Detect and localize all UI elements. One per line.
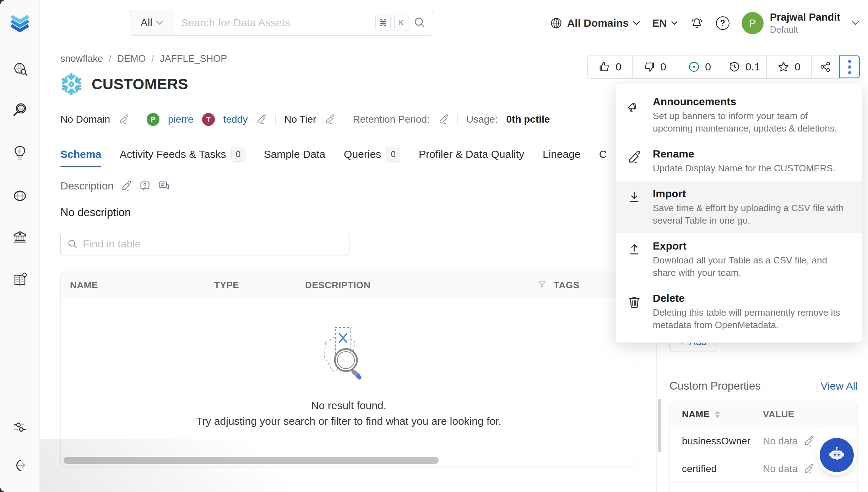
owner-link-pierre[interactable]: pierre — [168, 114, 194, 125]
tab-lineage[interactable]: Lineage — [543, 141, 581, 167]
menu-item-import[interactable]: Import Save time & effort by uploading a… — [616, 181, 862, 233]
owner-avatar: P — [147, 113, 159, 126]
help-icon: ? — [716, 16, 729, 30]
share-icon — [819, 61, 831, 73]
govern-icon[interactable] — [11, 229, 28, 246]
cp-row-name: certified — [670, 463, 763, 475]
breadcrumb-database[interactable]: DEMO — [117, 53, 146, 64]
tab-queries[interactable]: Queries0 — [344, 141, 400, 167]
upvote-button[interactable]: 0 — [588, 55, 633, 78]
tab-activity-feeds[interactable]: Activity Feeds & Tasks0 — [120, 141, 245, 167]
domains-icon[interactable] — [11, 187, 28, 204]
downvote-count: 0 — [660, 61, 666, 73]
tab-custom-properties[interactable]: C — [599, 141, 607, 167]
cp-column-name[interactable]: NAME — [670, 409, 763, 420]
search-icon — [67, 239, 78, 249]
insights-icon[interactable] — [11, 144, 28, 161]
view-all-link[interactable]: View All — [820, 380, 858, 392]
more-actions-button[interactable] — [839, 55, 860, 78]
import-icon — [616, 187, 653, 227]
schema-table-card: NAME TYPE DESCRIPTION TAGS No result fou… — [60, 271, 637, 466]
cmd-key-icon: ⌘ — [375, 15, 391, 31]
edit-domain-icon[interactable] — [119, 114, 129, 125]
observability-icon[interactable] — [11, 102, 28, 119]
search-scope-dropdown[interactable]: All — [130, 10, 174, 35]
version-button[interactable]: 0.1 — [722, 55, 767, 78]
chevron-down-icon — [156, 21, 163, 25]
sort-icon — [715, 411, 720, 418]
tab-count-badge: 0 — [231, 147, 245, 162]
chat-bot-button[interactable] — [820, 438, 854, 472]
request-description-icon[interactable] — [139, 180, 151, 192]
column-header-name: NAME — [70, 280, 98, 291]
edit-property-icon[interactable] — [803, 464, 814, 474]
usage-label: Usage: — [466, 114, 498, 125]
k-key-icon: K — [394, 15, 408, 31]
snowflake-icon — [60, 73, 83, 96]
notifications-button[interactable] — [690, 16, 704, 30]
thumbs-down-icon — [643, 61, 655, 73]
menu-item-announcements[interactable]: Announcements Set up banners to inform y… — [616, 89, 862, 141]
search-input[interactable] — [174, 17, 375, 29]
logout-icon[interactable] — [11, 457, 28, 474]
entity-meta-row: No Domain P pierre T teddy No Tier Reten… — [60, 112, 550, 127]
glossary-icon[interactable] — [11, 272, 28, 289]
breadcrumb-service[interactable]: snowflake — [60, 53, 103, 64]
horizontal-scrollbar[interactable] — [64, 457, 439, 464]
user-avatar: P — [742, 12, 764, 34]
edit-tier-icon[interactable] — [325, 114, 335, 125]
language-dropdown[interactable]: EN — [652, 17, 678, 29]
upvote-count: 0 — [615, 61, 622, 73]
schema-table-header: NAME TYPE DESCRIPTION TAGS — [61, 271, 637, 298]
share-button[interactable] — [812, 55, 839, 78]
megaphone-icon — [616, 95, 653, 135]
tier-label: No Tier — [284, 114, 316, 125]
cp-row-value: No data — [763, 491, 798, 492]
menu-item-rename[interactable]: Rename Update Display Name for the CUSTO… — [616, 141, 862, 181]
openmetadata-logo-icon[interactable] — [9, 11, 31, 33]
tasks-count: 0 — [705, 61, 711, 73]
tab-schema[interactable]: Schema — [60, 141, 101, 167]
tab-sample-data[interactable]: Sample Data — [264, 141, 325, 167]
history-icon — [728, 61, 740, 73]
breadcrumb-schema[interactable]: JAFFLE_SHOP — [160, 53, 227, 64]
custom-properties-title: Custom Properties — [669, 380, 761, 392]
panel-scrollbar[interactable] — [658, 399, 661, 452]
follow-count: 0 — [794, 61, 801, 73]
edit-property-icon[interactable] — [803, 436, 814, 446]
owner-link-teddy[interactable]: teddy — [223, 114, 248, 125]
domains-dropdown[interactable]: All Domains — [549, 16, 640, 30]
cp-column-value: VALUE — [763, 409, 857, 420]
thumbs-up-icon — [598, 61, 611, 73]
follow-button[interactable]: 0 — [767, 55, 812, 78]
filter-icon[interactable] — [537, 280, 547, 289]
no-description-text: No description — [60, 206, 131, 219]
comments-icon[interactable] — [158, 180, 170, 192]
cp-row-value: No data — [763, 463, 798, 475]
menu-item-delete[interactable]: Delete Deleting this table will permanen… — [616, 285, 862, 337]
edit-retention-icon[interactable] — [438, 114, 449, 125]
tab-profiler[interactable]: Profiler & Data Quality — [419, 141, 524, 167]
export-icon — [616, 239, 653, 279]
profile-menu[interactable]: P Prajwal Pandit Default — [742, 11, 859, 35]
empty-state-title: No result found. — [61, 398, 637, 413]
help-button[interactable]: ? — [716, 16, 729, 30]
table-row: lastUpdate No data — [670, 482, 857, 492]
explore-icon[interactable] — [11, 61, 28, 78]
search-icon[interactable] — [413, 16, 426, 29]
description-label: Description — [60, 180, 114, 192]
domain-label: No Domain — [60, 114, 110, 125]
top-bar: All ⌘ K All Domains EN — [40, 0, 868, 46]
chevron-down-icon — [633, 21, 640, 26]
find-in-table-input[interactable] — [83, 238, 343, 250]
edit-description-icon[interactable] — [121, 180, 132, 192]
tasks-button[interactable]: 0 — [677, 55, 722, 78]
edit-owners-icon[interactable] — [256, 114, 267, 125]
menu-item-export[interactable]: Export Download all your Table as a CSV … — [616, 233, 862, 285]
settings-icon[interactable] — [11, 419, 28, 436]
chevron-down-icon — [852, 21, 859, 26]
bell-icon — [690, 16, 704, 30]
entity-tabs: Schema Activity Feeds & Tasks0 Sample Da… — [40, 141, 656, 167]
downvote-button[interactable]: 0 — [633, 55, 677, 78]
globe-icon — [549, 16, 563, 30]
